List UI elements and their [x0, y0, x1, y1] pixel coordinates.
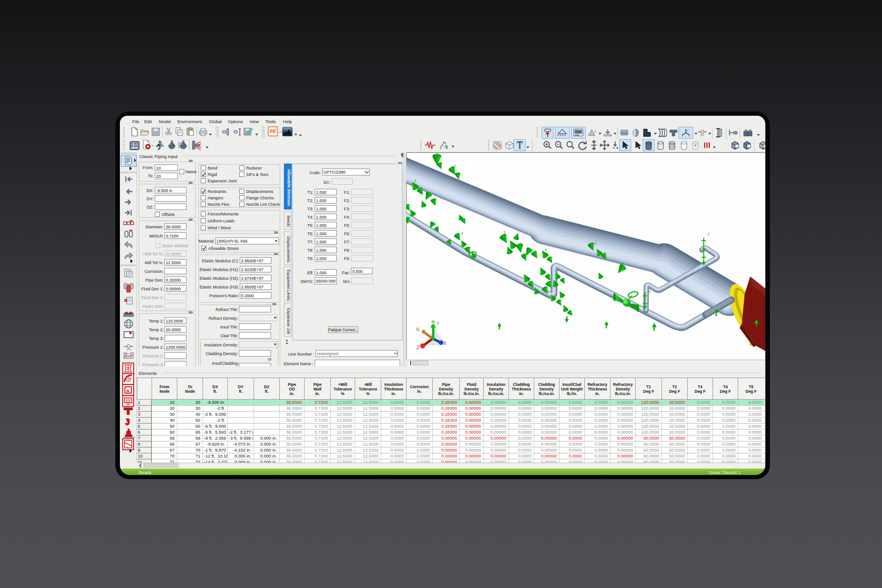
svg-text:3: 3: [454, 164, 456, 168]
svg-text:Z: Z: [417, 345, 419, 350]
svg-text:N: N: [416, 327, 419, 332]
svg-text:3: 3: [621, 262, 623, 265]
svg-text:a: a: [126, 388, 130, 393]
svg-text:3: 3: [461, 232, 463, 235]
svg-text:X: X: [688, 134, 690, 137]
svg-text:Y: Y: [687, 129, 689, 132]
svg-text:nv: nv: [274, 128, 277, 130]
svg-text:10: 10: [701, 133, 704, 136]
svg-text:3: 3: [649, 290, 650, 293]
svg-text:3: 3: [707, 232, 709, 236]
svg-text:3: 3: [436, 152, 438, 155]
svg-text:3: 3: [545, 248, 547, 251]
svg-text:Z: Z: [682, 134, 684, 137]
svg-text:3: 3: [414, 179, 416, 182]
svg-text:x: x: [594, 130, 596, 133]
svg-text:X: X: [443, 341, 447, 346]
svg-text:3: 3: [503, 231, 505, 234]
svg-text:Y: Y: [436, 321, 440, 326]
svg-text:3: 3: [519, 242, 521, 245]
svg-text:3: 3: [594, 242, 596, 245]
